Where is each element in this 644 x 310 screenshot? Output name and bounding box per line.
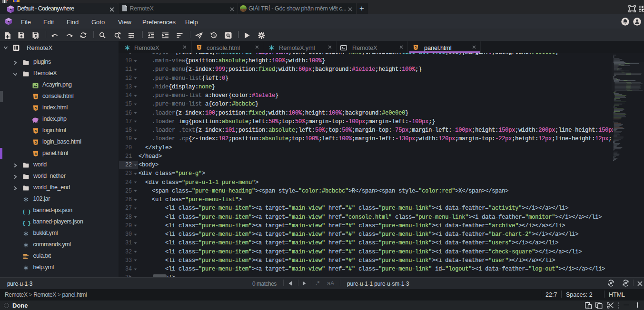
svg-text:5: 5 — [34, 152, 36, 156]
svg-text:{ }: { } — [22, 209, 30, 214]
svg-text:5: 5 — [34, 140, 36, 145]
svg-text:5: 5 — [34, 95, 36, 99]
svg-text:5: 5 — [34, 129, 36, 133]
svg-text:5: 5 — [34, 106, 36, 110]
svg-text:5: 5 — [415, 45, 417, 48]
svg-text:5: 5 — [198, 45, 200, 48]
svg-text:{ }: { } — [22, 220, 30, 226]
